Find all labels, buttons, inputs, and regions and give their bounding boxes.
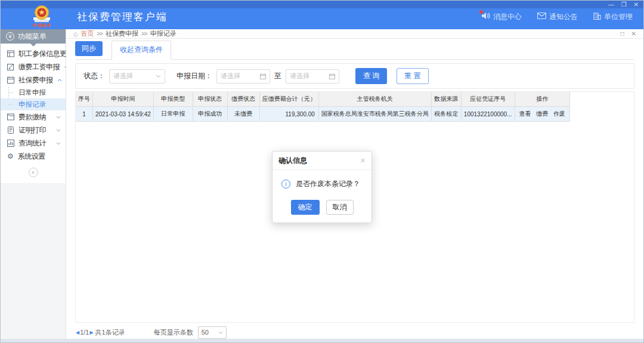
search-button[interactable]: 查 询	[355, 68, 387, 84]
reset-button[interactable]: 重 置	[397, 68, 428, 84]
form-icon	[7, 50, 14, 57]
yen-circle-icon: ¥	[6, 32, 14, 41]
sidebar-item-employee-info-update[interactable]: 职工参保信息更新	[1, 47, 66, 60]
topbar-actions: 消息中心 通知公告 单位管理	[481, 12, 633, 22]
chevron-down-icon	[156, 75, 161, 78]
sidebar-subitem-declare-records[interactable]: 申报记录	[1, 98, 66, 110]
confirm-dialog: 确认信息 ✕ i 是否作废本条记录？ 确定 取消	[272, 151, 372, 223]
sidebar: ¥ 功能菜单 职工参保信息更新 缴费工资申报 社保费申报	[1, 29, 66, 339]
logo-text: 中国税务	[32, 23, 51, 29]
sidebar-menu: 职工参保信息更新 缴费工资申报 社保费申报 日常申报	[1, 44, 66, 183]
date-to-label: 至	[274, 71, 281, 81]
maximize-icon[interactable]: ❐	[621, 2, 627, 8]
app-window: — ❐ ✕ 中国税务 社保费管理客户端	[0, 0, 644, 343]
date-to-value: 请选择	[290, 72, 309, 81]
table-header-row: 序号 申报时间 申报类型 申报状态 缴费状态 应缴费额合计（元） 主管税务机关 …	[76, 92, 570, 107]
per-page-value: 50	[202, 329, 209, 336]
message-center-label: 消息中心	[493, 12, 522, 22]
chevron-down-icon	[218, 331, 223, 334]
sidebar-item-fee-payment[interactable]: 费款缴纳	[1, 110, 66, 123]
status-label: 状态：	[83, 71, 105, 81]
cancel-button[interactable]: 取消	[326, 200, 354, 215]
prev-page-icon[interactable]: ◀	[76, 330, 79, 335]
dialog-message: 是否作废本条记录？	[296, 179, 360, 189]
col-header-voucher-no: 应征凭证序号	[461, 92, 515, 107]
sidebar-item-query-statistics[interactable]: 查询统计	[1, 137, 66, 150]
void-link[interactable]: 作废	[553, 110, 565, 117]
col-header-pay-status: 缴费状态	[227, 92, 259, 107]
col-header-amount: 应缴费额合计（元）	[259, 92, 318, 107]
per-page-label: 每页显示条数	[154, 328, 193, 337]
notice-label: 通知公告	[549, 12, 578, 22]
col-header-seq: 序号	[76, 92, 93, 107]
calendar-icon	[7, 76, 14, 84]
panel-close-icon[interactable]: ✕	[631, 30, 636, 37]
chevron-down-icon	[56, 116, 61, 119]
topbar: — ❐ ✕ 中国税务 社保费管理客户端	[1, 1, 643, 29]
status-select[interactable]: 请选择	[109, 69, 165, 84]
filter-bar: 状态： 请选择 申报日期： 请选择 至 请选择 查 询	[75, 63, 634, 89]
cell-data-source: 税务核定	[431, 107, 461, 122]
message-center-button[interactable]: 消息中心	[481, 12, 522, 22]
dialog-close-icon[interactable]: ✕	[360, 157, 366, 164]
date-from-input[interactable]: 请选择	[216, 69, 270, 84]
calendar-icon	[329, 73, 335, 79]
sidebar-item-social-insurance-declare[interactable]: 社保费申报	[1, 73, 66, 86]
building-icon	[593, 13, 601, 21]
sidebar-item-label: 系统设置	[18, 152, 61, 162]
date-to-input[interactable]: 请选择	[286, 69, 339, 84]
sidebar-subitem-daily-declare[interactable]: 日常申报	[1, 86, 66, 98]
minimize-icon[interactable]: —	[608, 2, 614, 8]
sidebar-item-label: 查询统计	[18, 138, 52, 149]
submenu-social-insurance-declare: 日常申报 申报记录	[1, 86, 66, 110]
sidebar-item-system-settings[interactable]: ⚙ 系统设置	[1, 150, 66, 163]
dialog-header: 确认信息 ✕	[273, 152, 371, 170]
speaker-icon	[481, 12, 490, 21]
cell-declare-type: 日常申报	[153, 107, 193, 122]
sidebar-item-label: 缴费工资申报	[18, 62, 60, 72]
sidebar-header-label: 功能菜单	[18, 32, 47, 42]
breadcrumb-level2[interactable]: 申报记录	[150, 29, 177, 38]
cell-declare-status: 申报成功	[193, 107, 227, 122]
breadcrumb-home[interactable]: 首页	[80, 29, 94, 38]
cell-pay-status: 未缴费	[227, 107, 259, 122]
app-title: 社保费管理客户端	[77, 10, 168, 24]
window-controls: — ❐ ✕	[608, 1, 639, 8]
unit-management-button[interactable]: 单位管理	[593, 12, 633, 22]
cell-declare-time: 2021-03-03 14:59:42	[93, 107, 154, 122]
sidebar-item-label: 职工参保信息更新	[18, 49, 73, 59]
subitem-label: 日常申报	[18, 88, 46, 97]
mail-icon	[537, 13, 546, 21]
tab-row: 同步 收起查询条件	[75, 44, 634, 60]
confirm-button[interactable]: 确定	[291, 200, 320, 215]
close-icon[interactable]: ✕	[634, 2, 639, 8]
col-header-declare-type: 申报类型	[153, 92, 193, 107]
sidebar-item-label: 证明打印	[18, 125, 52, 135]
subitem-label: 申报记录	[18, 100, 46, 109]
certificate-icon	[7, 126, 14, 134]
view-link[interactable]: 查看	[519, 110, 531, 117]
notice-button[interactable]: 通知公告	[537, 12, 578, 22]
breadcrumb-separator: >>	[141, 30, 147, 37]
per-page-select[interactable]: 50	[198, 326, 227, 339]
edit-icon	[7, 63, 14, 70]
next-page-icon[interactable]: ▶	[89, 330, 93, 335]
breadcrumb-level1[interactable]: 社保费申报	[106, 29, 138, 38]
page-indicator: 1/1	[80, 329, 89, 336]
sync-button[interactable]: 同步	[75, 41, 103, 56]
pay-link[interactable]: 缴费	[536, 110, 548, 117]
cell-voucher-no: 1001322100000...	[461, 107, 515, 122]
cell-seq: 1	[76, 107, 93, 122]
tax-emblem-icon	[32, 5, 52, 24]
collapse-query-tab[interactable]: 收起查询条件	[112, 41, 171, 60]
sidebar-collapse-button[interactable]: «	[29, 168, 38, 177]
cell-amount: 119,300.00	[259, 107, 318, 122]
records-table: 序号 申报时间 申报类型 申报状态 缴费状态 应缴费额合计（元） 主管税务机关 …	[75, 91, 570, 122]
info-icon: i	[281, 180, 290, 189]
sidebar-item-wage-declare[interactable]: 缴费工资申报	[1, 60, 66, 73]
table-row[interactable]: 1 2021-03-03 14:59:42 日常申报 申报成功 未缴费 119,…	[76, 107, 570, 122]
panel-restore-icon[interactable]: □	[621, 30, 624, 37]
panel-controls: □ ✕	[621, 30, 636, 37]
col-header-declare-time: 申报时间	[93, 92, 154, 107]
sidebar-item-certificate-print[interactable]: 证明打印	[1, 123, 66, 137]
